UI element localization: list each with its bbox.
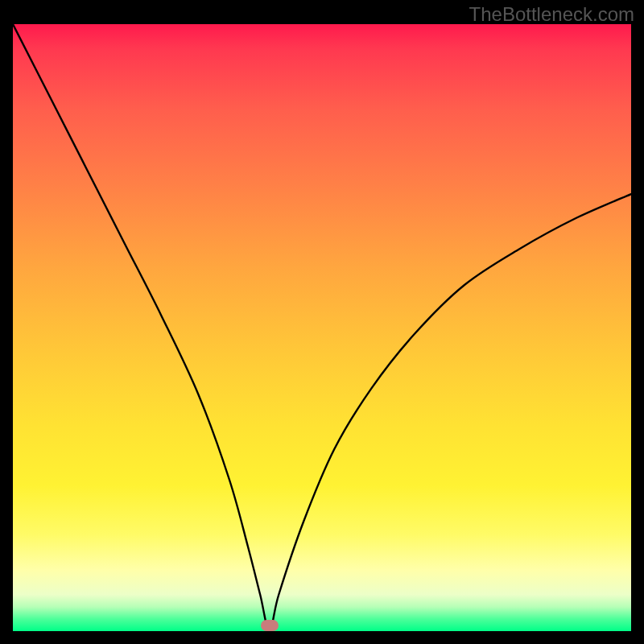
watermark-text: TheBottleneck.com — [469, 3, 634, 26]
bottleneck-curve-line — [13, 24, 631, 631]
bottleneck-chart: TheBottleneck.com — [0, 0, 644, 644]
plot-area — [13, 24, 631, 631]
curve-svg — [13, 24, 631, 631]
optimum-marker — [261, 620, 279, 631]
